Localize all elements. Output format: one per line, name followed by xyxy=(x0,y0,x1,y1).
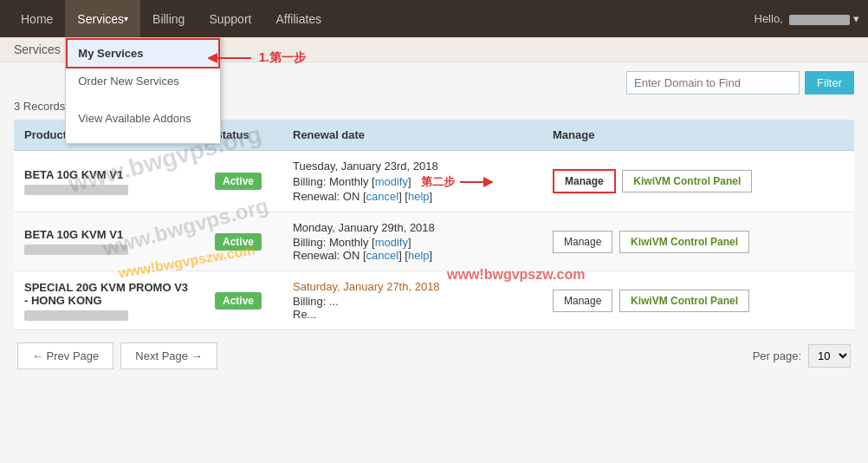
status-cell-2: Active xyxy=(204,271,282,330)
nav-services-link[interactable]: Services xyxy=(65,0,140,37)
per-page-label: Per page: xyxy=(753,349,801,362)
renewal-cell-1: Monday, January 29th, 2018 Billing: Mont… xyxy=(282,212,542,271)
nav-affiliates[interactable]: Affiliates xyxy=(263,0,334,37)
status-badge-0: Active xyxy=(215,173,262,190)
services-table: Product/Service Status Renewal date Mana… xyxy=(14,120,854,330)
page-wrapper: Home Services My Services Order New Serv… xyxy=(0,0,868,463)
manage-cell-0: Manage KiwiVM Control Panel xyxy=(542,151,854,212)
pagination-row: ← Prev Page Next Page → Per page: 10 25 … xyxy=(14,342,854,369)
status-cell-0: Active xyxy=(204,151,282,212)
billing-1: Billing: Monthly [modify] xyxy=(293,236,532,249)
kiwi-button-0[interactable]: KiwiVM Control Panel xyxy=(622,170,752,192)
domain-filter-input[interactable] xyxy=(626,71,800,95)
status-cell-1: Active xyxy=(204,212,282,271)
nav-services-dropdown[interactable]: Services My Services Order New Services … xyxy=(65,0,140,37)
step1-annotation: 1.第一步 xyxy=(208,50,306,66)
manage-button-2[interactable]: Manage xyxy=(553,290,612,312)
nav-hello: Hello, ▾ xyxy=(755,12,860,25)
per-page-select[interactable]: 10 25 50 xyxy=(808,344,851,368)
product-name-1: BETA 10G KVM V1 xyxy=(24,228,194,241)
renewal-on-1: Renewal: ON [cancel] [help] xyxy=(293,249,532,262)
services-dropdown-menu: My Services Order New Services View Avai… xyxy=(65,37,221,144)
col-manage: Manage xyxy=(542,120,854,151)
nav-support[interactable]: Support xyxy=(197,0,263,37)
cancel-link-0[interactable]: cancel xyxy=(366,190,399,203)
product-blurred-2 xyxy=(24,310,128,321)
product-name-0: BETA 10G KVM V1 xyxy=(24,168,194,181)
renewal-on-0: Renewal: ON [cancel] [help] xyxy=(293,190,532,203)
renewal-cell-0: Tuesday, January 23rd, 2018 Billing: Mon… xyxy=(282,151,542,212)
prev-page-button[interactable]: ← Prev Page xyxy=(17,342,113,369)
help-link-0[interactable]: help xyxy=(408,190,430,203)
product-cell-1: BETA 10G KVM V1 xyxy=(14,212,204,271)
product-name-2: SPECIAL 20G KVM PROMO V3 - HONG KONG xyxy=(24,281,194,307)
modify-link-1[interactable]: modify xyxy=(375,236,408,249)
billing-2: Billing: ... xyxy=(293,295,532,308)
product-blurred-1 xyxy=(24,245,128,255)
col-renewal: Renewal date xyxy=(282,120,542,151)
filter-button[interactable]: Filter xyxy=(805,71,854,95)
help-link-1[interactable]: help xyxy=(408,249,430,262)
pagination-buttons: ← Prev Page Next Page → xyxy=(17,342,217,369)
renewal-cell-2: Saturday, January 27th, 2018 Billing: ..… xyxy=(282,271,542,330)
manage-cell-2: Manage KiwiVM Control Panel xyxy=(542,271,854,330)
status-badge-1: Active xyxy=(215,233,262,251)
nav-billing[interactable]: Billing xyxy=(140,0,197,37)
kiwi-button-1[interactable]: KiwiVM Control Panel xyxy=(619,231,749,253)
step1-label: 1.第一步 xyxy=(259,50,306,66)
navbar: Home Services My Services Order New Serv… xyxy=(0,0,868,37)
my-services-label: My Services xyxy=(78,47,143,60)
view-addons-link[interactable]: View Available Addons xyxy=(66,106,220,143)
renewal-date-2: Saturday, January 27th, 2018 xyxy=(293,280,532,293)
table-body: BETA 10G KVM V1Active Tuesday, January 2… xyxy=(14,151,854,330)
per-page-row: Per page: 10 25 50 xyxy=(753,344,851,368)
modify-link-0[interactable]: modify xyxy=(375,175,408,188)
manage-cell-1: Manage KiwiVM Control Panel xyxy=(542,212,854,271)
order-new-services-link[interactable]: Order New Services xyxy=(66,68,220,106)
arrow-icon xyxy=(208,51,256,65)
table-row: BETA 10G KVM V1Active Monday, January 29… xyxy=(14,212,854,271)
table-container: www.bwgvps.org www.bwgvps.org www!bwgvps… xyxy=(14,120,854,330)
product-cell-2: SPECIAL 20G KVM PROMO V3 - HONG KONG xyxy=(14,271,204,330)
kiwi-button-2[interactable]: KiwiVM Control Panel xyxy=(619,290,749,312)
next-page-button[interactable]: Next Page → xyxy=(120,342,217,369)
status-badge-2: Active xyxy=(215,292,262,310)
renewal-2: Re... xyxy=(293,308,532,321)
my-services-item[interactable]: My Services xyxy=(66,38,220,68)
product-cell-0: BETA 10G KVM V1 xyxy=(14,151,204,212)
table-row: SPECIAL 20G KVM PROMO V3 - HONG KONGActi… xyxy=(14,271,854,330)
manage-button-0[interactable]: Manage xyxy=(553,169,616,193)
renewal-date-1: Monday, January 29th, 2018 xyxy=(293,221,532,234)
billing-0: Billing: Monthly [modify] 第二步 xyxy=(293,174,532,190)
table-row: BETA 10G KVM V1Active Tuesday, January 2… xyxy=(14,151,854,212)
cancel-link-1[interactable]: cancel xyxy=(366,249,399,262)
product-blurred-0 xyxy=(24,185,128,195)
renewal-date-0: Tuesday, January 23rd, 2018 xyxy=(293,160,532,173)
nav-home[interactable]: Home xyxy=(9,0,65,37)
manage-button-1[interactable]: Manage xyxy=(553,231,612,253)
user-name-blurred xyxy=(789,15,850,25)
step2-arrow-icon xyxy=(458,176,493,188)
step2-annotation: 第二步 xyxy=(421,174,493,190)
